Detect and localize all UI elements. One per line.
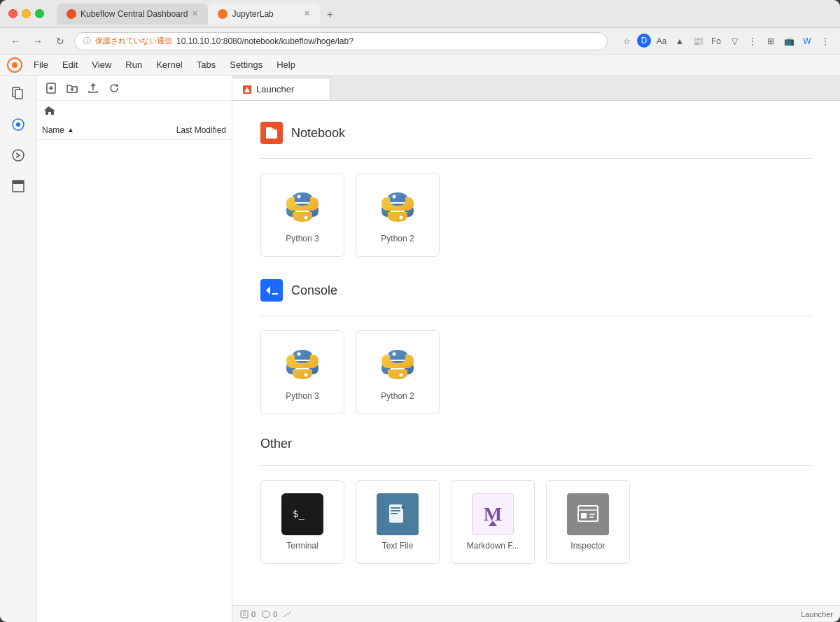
notebook-cards: Python 3 [260,173,812,257]
python2-notebook-icon [377,186,419,228]
refresh-button[interactable]: ↻ [52,33,69,50]
tab-kubeflow[interactable]: Kubeflow Central Dashboard ✕ [57,3,208,24]
markdown-card[interactable]: M Markdown F... [451,480,535,564]
svg-point-21 [400,216,403,220]
cast-icon[interactable]: 📺 [781,34,797,49]
sidebar-tabs-button[interactable] [6,174,31,199]
wp-icon[interactable]: W [799,34,815,49]
traffic-lights [8,9,44,18]
ext-icon-4[interactable]: 📰 [690,34,706,49]
new-folder-button[interactable] [63,79,81,97]
status-left: S 0 0 [239,609,293,619]
svg-point-5 [16,122,20,127]
notebook-python2-label: Python 2 [381,234,414,243]
file-toolbar [36,76,232,101]
status-item-3 [283,609,293,619]
minimize-button[interactable] [22,9,31,18]
console-section-title: Console [291,283,337,298]
ext-icon-5[interactable]: Fo [708,34,724,49]
ext-icon-8[interactable]: ⊞ [763,34,778,49]
svg-point-1 [12,62,18,68]
inspector-label: Inspector [570,541,605,551]
terminal-card[interactable]: $_ Terminal [260,480,344,564]
file-list-header: Name ▲ Last Modified [36,120,232,140]
sidebar-commands-button[interactable] [6,143,31,168]
sidebar-running-button[interactable] [6,112,31,137]
browser-toolbar-icons: ☆ D Aa ▲ 📰 Fo ▽ ⋮ ⊞ 📺 W ⋮ [619,34,833,49]
back-button[interactable]: ← [7,33,24,50]
svg-point-19 [304,216,308,220]
textfile-label: Text File [382,541,414,551]
new-file-button[interactable] [42,79,60,97]
textfile-card[interactable]: Text File [356,480,440,564]
menu-tabs[interactable]: Tabs [190,57,223,73]
console-cards: Python 3 [260,330,812,414]
python3-notebook-icon [281,186,323,228]
forward-button[interactable]: → [29,33,46,50]
browser-window: Kubeflow Central Dashboard ✕ JupyterLab … [0,0,840,622]
notebook-python3-label: Python 3 [286,234,318,243]
menu-help[interactable]: Help [270,57,302,73]
textfile-icon [377,493,419,535]
ext-icon-6[interactable]: ▽ [727,34,742,49]
tab-jupyterlab[interactable]: JupyterLab ✕ [208,3,320,24]
notebook-python2-card[interactable]: Python 2 [356,173,440,257]
close-button[interactable] [8,9,18,18]
ext-icon-2[interactable]: Aa [654,34,669,49]
jupyterlab-logo [6,56,24,74]
launcher-tab[interactable]: Launcher [232,78,330,100]
new-tab-button[interactable]: + [320,5,340,24]
svg-point-6 [13,150,24,161]
star-icon[interactable]: ☆ [619,34,634,49]
lab-tab-bar: Launcher [232,76,840,101]
notebook-divider [260,158,812,159]
menu-kernel[interactable]: Kernel [149,57,190,73]
menu-view[interactable]: View [85,57,118,73]
menu-icon[interactable]: ⋮ [818,34,833,49]
svg-rect-3 [15,90,22,99]
other-cards: $_ Terminal [260,480,812,564]
upload-button[interactable] [84,79,102,97]
ext-icon-1[interactable]: D [637,34,651,48]
tab-kubeflow-close[interactable]: ✕ [192,9,198,18]
menu-settings[interactable]: Settings [223,57,270,73]
notebook-python3-card[interactable]: Python 3 [260,173,344,257]
maximize-button[interactable] [35,9,44,18]
app-area: Name ▲ Last Modified Launcher [0,76,840,622]
modified-column-header[interactable]: Last Modified [142,125,226,135]
svg-text:$_: $_ [293,508,304,520]
other-section-title: Other [260,437,292,451]
console-python2-label: Python 2 [381,391,414,401]
menu-bar: File Edit View Run Kernel Tabs Settings … [0,55,840,76]
address-url: 10.10.10.10:8080/notebook/kubeflow/hoge/… [176,36,354,46]
name-column-header[interactable]: Name ▲ [42,125,142,135]
markdown-icon: M [472,493,514,535]
jupyterlab-favicon [218,9,227,19]
notebook-section-icon [260,122,283,144]
main-content: Launcher Notebook [232,76,840,622]
svg-marker-17 [272,127,277,130]
security-icon: ⓘ [83,36,91,46]
other-divider [260,465,812,466]
ext-icon-3[interactable]: ▲ [672,34,687,49]
status-bar: S 0 0 Launcher [232,605,840,622]
console-python3-card[interactable]: Python 3 [260,330,344,414]
menu-file[interactable]: File [27,57,55,73]
menu-edit[interactable]: Edit [55,57,85,73]
inspector-card[interactable]: Inspector [546,480,630,564]
refresh-files-button[interactable] [105,79,123,97]
menu-run[interactable]: Run [118,57,149,73]
svg-marker-22 [266,286,270,295]
ext-icon-7[interactable]: ⋮ [745,34,760,49]
sidebar-files-button[interactable] [6,81,31,106]
tab-jupyterlab-label: JupyterLab [232,9,273,19]
console-python2-card[interactable]: Python 2 [356,330,440,414]
console-section-icon [260,279,283,302]
address-input[interactable]: ⓘ 保護されていない通信 10.10.10.10:8080/notebook/k… [74,32,608,50]
title-bar: Kubeflow Central Dashboard ✕ JupyterLab … [0,0,840,28]
svg-point-20 [393,195,396,199]
tab-jupyterlab-close[interactable]: ✕ [304,9,310,18]
kubeflow-favicon [66,9,76,19]
launcher-tab-label: Launcher [256,84,294,94]
file-breadcrumb[interactable] [36,101,232,120]
